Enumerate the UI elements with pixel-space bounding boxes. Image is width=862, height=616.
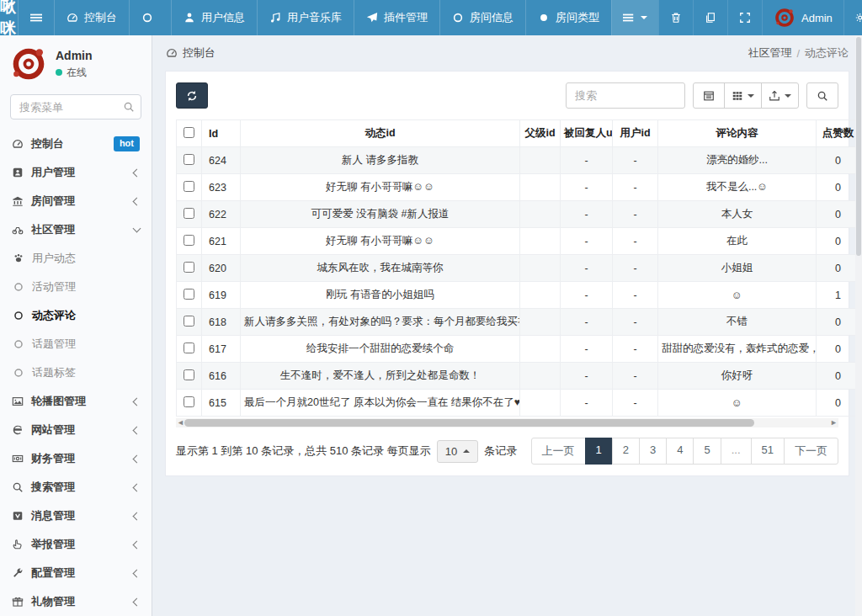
row-checkbox[interactable] xyxy=(184,154,194,165)
column-header-likes[interactable]: 点赞数 xyxy=(817,120,860,147)
sidebar-item-finance-manage[interactable]: 财务管理 xyxy=(0,444,152,473)
trash-button[interactable] xyxy=(658,0,693,35)
file-button[interactable] xyxy=(693,0,727,35)
refresh-button[interactable] xyxy=(176,82,208,109)
nav-item-user-info[interactable]: 用户信息 xyxy=(171,0,257,35)
search-button[interactable] xyxy=(806,82,838,109)
row-checkbox[interactable] xyxy=(184,262,194,273)
nav-item-room-info[interactable]: 房间信息 xyxy=(439,0,525,35)
row-checkbox[interactable] xyxy=(184,235,194,246)
cell-dynamic-id: 新人 请多多指教 xyxy=(241,147,520,174)
nav-item-dashboard[interactable]: 控制台 xyxy=(54,0,129,35)
row-checkbox[interactable] xyxy=(184,396,194,407)
cell-reply-uid: - xyxy=(561,228,613,255)
chevron-down-icon xyxy=(748,94,754,98)
row-checkbox[interactable] xyxy=(184,369,194,380)
row-checkbox[interactable] xyxy=(184,316,194,327)
column-header-dynamic-id[interactable]: 动态id xyxy=(241,120,520,147)
row-checkbox[interactable] xyxy=(184,343,194,353)
toggle-view-button[interactable] xyxy=(693,82,725,109)
sidebar-item-website-manage[interactable]: 网站管理 xyxy=(0,416,152,444)
fullscreen-button[interactable] xyxy=(727,0,762,35)
scrollbar-thumb[interactable] xyxy=(856,37,861,256)
settings-button[interactable] xyxy=(843,0,862,35)
column-header-user-id[interactable]: 用户id xyxy=(613,120,658,147)
column-header-id[interactable]: Id xyxy=(202,120,241,147)
table-row[interactable]: 615 最后一个月就20世纪了 原本以为你会一直在 结果你不在了♥ - - ☺ … xyxy=(177,390,860,417)
sidebar-subitem-user-dynamics[interactable]: 用户动态 xyxy=(0,244,152,273)
sidebar-item-report-manage[interactable]: 举报管理 xyxy=(0,530,152,559)
list-dropdown-button[interactable] xyxy=(611,0,658,35)
column-header-parent-id[interactable]: 父级id xyxy=(520,120,561,147)
table-row[interactable]: 619 刚玩 有语音的小姐姐吗 - - ☺ 1 xyxy=(177,282,860,309)
sidebar-item-message-manage[interactable]: 消息管理 xyxy=(0,502,152,530)
export-button[interactable] xyxy=(761,82,799,109)
next-page-button[interactable]: 下一页 xyxy=(784,438,838,465)
table-row[interactable]: 624 新人 请多多指教 - - 漂亮的婚纱... 0 xyxy=(177,147,860,174)
page-button-51[interactable]: 51 xyxy=(751,438,785,465)
select-all-checkbox[interactable] xyxy=(184,127,194,138)
sidebar-item-gift-manage[interactable]: 礼物管理 xyxy=(0,587,152,616)
table-row[interactable]: 621 好无聊 有小哥哥嘛☺☺ - - 在此 0 xyxy=(177,228,860,255)
sidebar-toggle-button[interactable] xyxy=(18,0,54,35)
breadcrumb-current: 动态评论 xyxy=(805,45,849,61)
sidebar-item-user-manage[interactable]: 用户管理 xyxy=(0,158,152,187)
sidebar-search xyxy=(10,94,141,119)
table-row[interactable]: 623 好无聊 有小哥哥嘛☺☺ - - 我不是么...☺ 0 xyxy=(177,174,860,201)
row-checkbox[interactable] xyxy=(184,289,194,300)
sidebar-item-room-manage[interactable]: 房间管理 xyxy=(0,187,152,215)
nav-item-circle[interactable] xyxy=(129,0,171,35)
chevron-left-icon xyxy=(133,168,141,177)
scroll-left-arrow-icon[interactable]: ◄ xyxy=(177,419,184,427)
row-checkbox[interactable] xyxy=(184,208,194,219)
brand-logo[interactable]: 啾咪 xyxy=(0,0,18,35)
breadcrumb-home[interactable]: 控制台 xyxy=(166,45,216,61)
scrollbar-thumb[interactable] xyxy=(184,419,754,427)
sidebar-item-label: 网站管理 xyxy=(31,422,75,438)
row-checkbox[interactable] xyxy=(184,181,194,192)
sidebar-item-search-manage[interactable]: 搜索管理 xyxy=(0,473,152,502)
cell-comment: ☺ xyxy=(658,390,817,417)
sidebar-menu: 控制台 hot 用户管理 房间管理 社区管理 用 xyxy=(0,130,152,616)
table-search-input[interactable] xyxy=(566,82,685,109)
sidebar-subitem-topic-manage[interactable]: 话题管理 xyxy=(0,330,152,358)
nav-item-room-type[interactable]: 房间类型 xyxy=(525,0,611,35)
cell-user-id: - xyxy=(613,201,658,228)
column-header-reply-uid[interactable]: 被回复人uid xyxy=(561,120,613,147)
sidebar-item-config-manage[interactable]: 配置管理 xyxy=(0,559,152,587)
scroll-right-arrow-icon[interactable]: ► xyxy=(830,419,838,427)
cell-user-id: - xyxy=(613,228,658,255)
table-row[interactable]: 622 可可爱爱 没有脑袋 #新人报道 - - 本人女 0 xyxy=(177,201,860,228)
table-row[interactable]: 618 新人请多多关照，有处对象的吗？要求：每个月都要给我买礼物♟ - - 不错… xyxy=(177,309,860,336)
page-button-3[interactable]: 3 xyxy=(639,438,667,465)
sidebar-item-dashboard[interactable]: 控制台 hot xyxy=(0,130,152,158)
table-row[interactable]: 620 城东风在吹，我在城南等你 - - 小姐姐 0 xyxy=(177,255,860,282)
table-row[interactable]: 617 给我安排一个甜甜的恋爱续个命 - - 甜甜的恋爱没有，轰炸式的恋爱，你要… xyxy=(177,336,860,363)
page-button-4[interactable]: 4 xyxy=(666,438,694,465)
nav-item-plugin-manage[interactable]: 插件管理 xyxy=(354,0,439,35)
page-button-5[interactable]: 5 xyxy=(693,438,721,465)
user-card-icon xyxy=(12,167,24,178)
table-row[interactable]: 616 生不逢时，爱不逢人，所到之处都是命数！ - - 你好呀 0 xyxy=(177,363,860,390)
nav-item-music-library[interactable]: 用户音乐库 xyxy=(257,0,354,35)
user-menu-button[interactable]: Admin xyxy=(762,0,843,35)
columns-button[interactable] xyxy=(724,82,762,109)
cell-id: 615 xyxy=(202,390,241,417)
sidebar-subitem-topic-tags[interactable]: 话题标签 xyxy=(0,358,152,387)
sidebar-item-carousel-manage[interactable]: 轮播图管理 xyxy=(0,387,152,416)
page-button-1[interactable]: 1 xyxy=(585,438,613,465)
cell-reply-uid: - xyxy=(561,363,613,390)
vertical-scrollbar[interactable] xyxy=(855,35,862,616)
horizontal-scrollbar[interactable]: ◄ ► xyxy=(176,418,838,427)
page-size-select[interactable]: 10 xyxy=(437,440,478,463)
breadcrumb-section[interactable]: 社区管理 xyxy=(748,45,791,61)
sidebar-subitem-activity-manage[interactable]: 活动管理 xyxy=(0,273,152,301)
page-button-2[interactable]: 2 xyxy=(612,438,640,465)
cell-comment: 本人女 xyxy=(658,201,817,228)
sidebar-item-community-manage[interactable]: 社区管理 xyxy=(0,215,152,244)
cell-user-id: - xyxy=(613,255,658,282)
prev-page-button[interactable]: 上一页 xyxy=(531,438,586,465)
sidebar-subitem-dynamic-comments[interactable]: 动态评论 xyxy=(0,301,152,330)
column-header-comment[interactable]: 评论内容 xyxy=(658,120,817,147)
sidebar-search-input[interactable] xyxy=(10,94,141,119)
